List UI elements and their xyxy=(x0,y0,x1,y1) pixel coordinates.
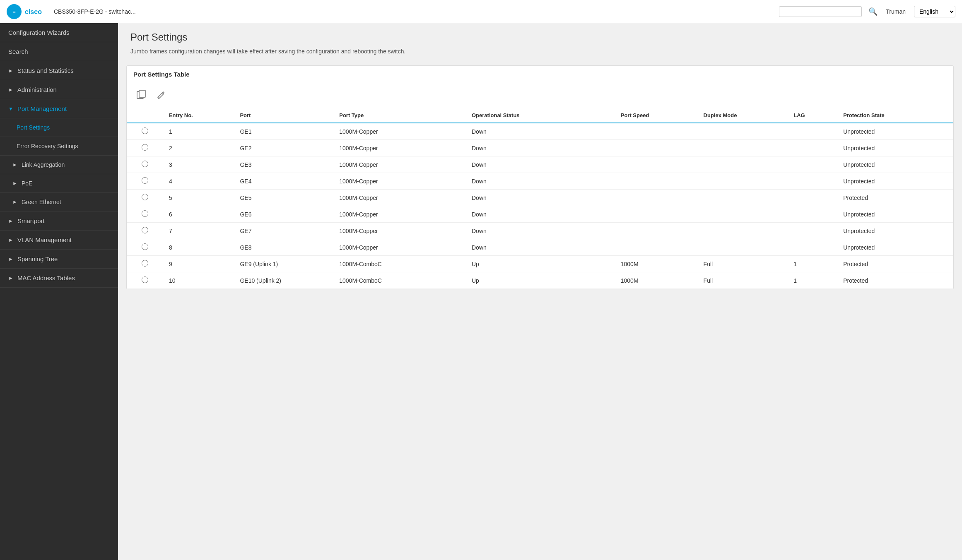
port-settings-table: Entry No. Port Port Type Operational Sta… xyxy=(127,108,953,289)
row-radio-cell[interactable] xyxy=(127,206,163,223)
copy-button[interactable] xyxy=(133,87,149,104)
sidebar-label-spanning-tree: Spanning Tree xyxy=(17,255,58,262)
cell-op-status: Down xyxy=(466,239,615,256)
cell-lag xyxy=(788,173,837,190)
sidebar-item-spanning-tree[interactable]: Spanning Tree xyxy=(0,250,118,269)
sidebar-item-port-management[interactable]: Port Management xyxy=(0,99,118,118)
cell-protection-state: Unprotected xyxy=(837,156,953,173)
row-radio-cell[interactable] xyxy=(127,156,163,173)
row-radio-input[interactable] xyxy=(142,243,148,250)
chevron-icon-admin xyxy=(8,87,13,93)
row-radio-input[interactable] xyxy=(142,194,148,200)
header-search-input[interactable] xyxy=(783,8,858,15)
cell-port-speed xyxy=(615,206,698,223)
logo-area: ≡ cisco CBS350-8FP-E-2G - switchac... xyxy=(7,4,136,19)
language-select[interactable]: English Spanish French German xyxy=(914,6,955,17)
sidebar-item-config-wizards[interactable]: Configuration Wizards xyxy=(0,23,118,42)
table-scroll-area: Entry No. Port Port Type Operational Sta… xyxy=(127,108,953,289)
cisco-logo-svg: cisco xyxy=(25,7,50,17)
col-header-op-status: Operational Status xyxy=(466,108,615,123)
table-section-title: Port Settings Table xyxy=(127,66,953,83)
sidebar-item-vlan-management[interactable]: VLAN Management xyxy=(0,231,118,250)
sidebar-item-mac-tables[interactable]: MAC Address Tables xyxy=(0,269,118,288)
row-radio-input[interactable] xyxy=(142,127,148,134)
row-radio-input[interactable] xyxy=(142,161,148,167)
sidebar-label-vlan-management: VLAN Management xyxy=(17,236,72,243)
table-row: 3 GE3 1000M-Copper Down Unprotected xyxy=(127,156,953,173)
row-radio-input[interactable] xyxy=(142,177,148,184)
cell-port: GE9 (Uplink 1) xyxy=(234,256,333,272)
svg-text:cisco: cisco xyxy=(25,8,42,15)
cell-entry: 5 xyxy=(163,190,234,206)
cell-duplex-mode xyxy=(698,140,788,156)
row-radio-cell[interactable] xyxy=(127,239,163,256)
sidebar-item-green-ethernet[interactable]: Green Ethernet xyxy=(0,193,118,212)
edit-button[interactable] xyxy=(153,87,169,104)
cell-port: GE8 xyxy=(234,239,333,256)
cell-entry: 3 xyxy=(163,156,234,173)
header-search-bar[interactable] xyxy=(779,6,862,17)
cell-lag xyxy=(788,239,837,256)
row-radio-cell[interactable] xyxy=(127,190,163,206)
table-head: Entry No. Port Port Type Operational Sta… xyxy=(127,108,953,123)
row-radio-input[interactable] xyxy=(142,276,148,283)
sidebar-item-error-recovery[interactable]: Error Recovery Settings xyxy=(0,137,118,156)
cell-port-type: 1000M-Copper xyxy=(333,123,466,140)
row-radio-cell[interactable] xyxy=(127,140,163,156)
cell-op-status: Down xyxy=(466,190,615,206)
sidebar-item-status-stats[interactable]: Status and Statistics xyxy=(0,61,118,80)
row-radio-cell[interactable] xyxy=(127,272,163,289)
cell-lag xyxy=(788,140,837,156)
cell-entry: 1 xyxy=(163,123,234,140)
chevron-icon-port-mgmt xyxy=(8,106,13,112)
user-name-label: Truman xyxy=(886,8,906,15)
table-row: 7 GE7 1000M-Copper Down Unprotected xyxy=(127,223,953,239)
cell-port-speed xyxy=(615,239,698,256)
chevron-icon-status xyxy=(8,68,13,74)
cell-port-type: 1000M-Copper xyxy=(333,239,466,256)
header-search-icon[interactable]: 🔍 xyxy=(868,7,878,16)
row-radio-input[interactable] xyxy=(142,144,148,151)
row-radio-cell[interactable] xyxy=(127,123,163,140)
table-container: Port Settings Table xyxy=(126,65,954,289)
sidebar-item-link-aggregation[interactable]: Link Aggregation xyxy=(0,156,118,174)
row-radio-input[interactable] xyxy=(142,260,148,267)
cell-protection-state: Unprotected xyxy=(837,123,953,140)
sidebar-item-port-settings[interactable]: Port Settings xyxy=(0,118,118,137)
chevron-icon-mac xyxy=(8,275,13,281)
svg-rect-4 xyxy=(139,90,145,97)
cell-port: GE7 xyxy=(234,223,333,239)
sidebar-label-mac-tables: MAC Address Tables xyxy=(17,274,75,281)
cell-op-status: Up xyxy=(466,256,615,272)
cell-duplex-mode xyxy=(698,190,788,206)
row-radio-input[interactable] xyxy=(142,210,148,217)
sidebar-item-poe[interactable]: PoE xyxy=(0,174,118,193)
sidebar-label-poe: PoE xyxy=(22,180,32,187)
cell-entry: 4 xyxy=(163,173,234,190)
cell-duplex-mode xyxy=(698,206,788,223)
sidebar-item-administration[interactable]: Administration xyxy=(0,80,118,99)
cell-protection-state: Protected xyxy=(837,190,953,206)
cell-lag: 1 xyxy=(788,272,837,289)
table-row: 9 GE9 (Uplink 1) 1000M-ComboC Up 1000M F… xyxy=(127,256,953,272)
sidebar-item-search[interactable]: Search xyxy=(0,42,118,61)
cell-entry: 8 xyxy=(163,239,234,256)
main-layout: Configuration Wizards Search Status and … xyxy=(0,23,962,560)
page-header: Port Settings Jumbo frames configuration… xyxy=(118,23,962,65)
cell-port: GE1 xyxy=(234,123,333,140)
row-radio-cell[interactable] xyxy=(127,173,163,190)
col-header-protection: Protection State xyxy=(837,108,953,123)
cell-port-speed xyxy=(615,173,698,190)
row-radio-input[interactable] xyxy=(142,227,148,233)
row-radio-cell[interactable] xyxy=(127,223,163,239)
cell-duplex-mode xyxy=(698,173,788,190)
cell-port-type: 1000M-Copper xyxy=(333,223,466,239)
cell-port-type: 1000M-Copper xyxy=(333,190,466,206)
row-radio-cell[interactable] xyxy=(127,256,163,272)
cisco-app-icon: ≡ xyxy=(7,4,22,19)
cell-protection-state: Unprotected xyxy=(837,206,953,223)
table-header-row: Entry No. Port Port Type Operational Sta… xyxy=(127,108,953,123)
cell-port-speed xyxy=(615,156,698,173)
sidebar-item-smartport[interactable]: Smartport xyxy=(0,212,118,231)
edit-icon xyxy=(156,89,166,100)
